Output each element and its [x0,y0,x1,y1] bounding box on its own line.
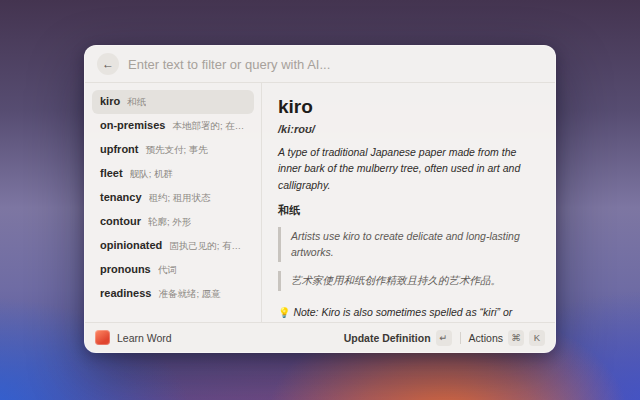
word-list-item[interactable]: tenancy租约; 租用状态 [92,186,254,210]
word-translation: 和纸 [127,96,146,109]
word-label: readiness [100,287,151,299]
word-list-item[interactable]: readiness准备就绪; 愿意 [92,282,254,306]
back-button[interactable]: ← [97,53,119,75]
update-definition-action[interactable]: Update Definition ↵ [344,330,452,346]
footer-divider [460,332,461,344]
example-chinese: 艺术家使用和纸创作精致且持久的艺术作品。 [278,271,539,291]
main-content: kiro和纸on-premises本地部署的; 在场所内的upfront预先支付… [85,83,555,322]
definition-text: A type of traditional Japanese paper mad… [278,144,539,193]
app-label: Learn Word [117,332,172,344]
usage-note: 💡 Note: Kiro is also sometimes spelled a… [278,304,539,322]
search-bar: ← [85,46,555,83]
k-key: K [529,330,545,346]
footer-bar: Learn Word Update Definition ↵ Actions ⌘… [85,322,555,352]
word-translation: 轮廓; 外形 [148,216,191,229]
note-text: Note: Kiro is also sometimes spelled as … [278,306,531,322]
word-translation: 预先支付; 事先 [145,144,207,157]
word-label: upfront [100,143,138,155]
desktop-background: ← kiro和纸on-premises本地部署的; 在场所内的upfront预先… [0,0,640,400]
pronunciation: /kiːroʊ/ [278,123,539,135]
word-label: contour [100,215,141,227]
update-definition-label: Update Definition [344,332,431,344]
word-translation: 准备就绪; 愿意 [158,288,220,301]
word-translation: 本地部署的; 在场所内的 [172,120,246,133]
chinese-translation: 和纸 [278,203,539,218]
word-list-item[interactable]: contour轮廓; 外形 [92,210,254,234]
word-label: on-premises [100,119,165,131]
example-english: Artists use kiro to create delicate and … [278,227,539,263]
learn-word-app-icon [95,330,110,345]
word-translation: 舰队; 机群 [130,168,173,181]
cmd-key: ⌘ [508,330,524,346]
actions-label: Actions [469,332,503,344]
word-list-item[interactable]: fleet舰队; 机群 [92,162,254,186]
lightbulb-icon: 💡 [278,307,290,318]
detail-panel: kiro /kiːroʊ/ A type of traditional Japa… [261,83,555,322]
search-input[interactable] [128,57,543,72]
word-translation: 固执己见的; 有主见的 [169,240,246,253]
word-label: kiro [100,95,120,107]
footer-app: Learn Word [95,330,172,345]
word-list-item[interactable]: pronouns代词 [92,258,254,282]
word-translation: 代词 [158,264,177,277]
word-list-item[interactable]: on-premises本地部署的; 在场所内的 [92,114,254,138]
word-list-item[interactable]: upfront预先支付; 事先 [92,138,254,162]
word-translation: 租约; 租用状态 [149,192,211,205]
footer-actions: Update Definition ↵ Actions ⌘ K [344,330,545,346]
word-list-item[interactable]: kiro和纸 [92,90,254,114]
word-label: opinionated [100,239,162,251]
enter-key: ↵ [436,330,452,346]
word-title: kiro [278,96,539,118]
dictionary-window: ← kiro和纸on-premises本地部署的; 在场所内的upfront预先… [84,45,556,353]
back-arrow-icon: ← [102,53,114,75]
word-list: kiro和纸on-premises本地部署的; 在场所内的upfront预先支付… [85,83,261,322]
word-label: pronouns [100,263,151,275]
word-label: fleet [100,167,123,179]
word-list-item[interactable]: opinionated固执己见的; 有主见的 [92,234,254,258]
word-label: tenancy [100,191,142,203]
actions-menu-button[interactable]: Actions ⌘ K [469,330,545,346]
